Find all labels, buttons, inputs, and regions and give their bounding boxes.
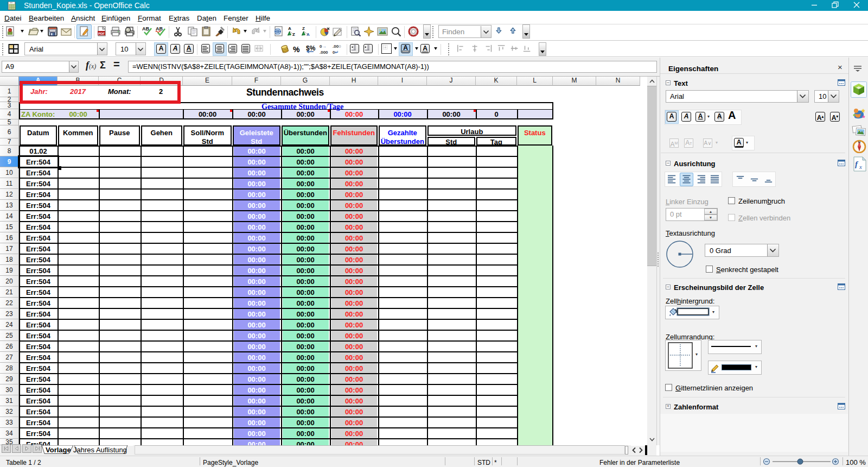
svg-text:Vorlage: Vorlage — [46, 446, 71, 454]
svg-text:Z: Z — [302, 26, 305, 31]
svg-text:AB: AB — [142, 26, 149, 31]
svg-text:A: A — [288, 26, 291, 31]
svg-text:x: x — [859, 163, 862, 170]
svg-text:N: N — [858, 141, 860, 144]
svg-text:Jahres Auflistung: Jahres Auflistung — [73, 446, 127, 454]
svg-text:AB: AB — [156, 26, 163, 31]
svg-text:Z: Z — [292, 32, 295, 36]
svg-text:PDF: PDF — [98, 32, 105, 35]
